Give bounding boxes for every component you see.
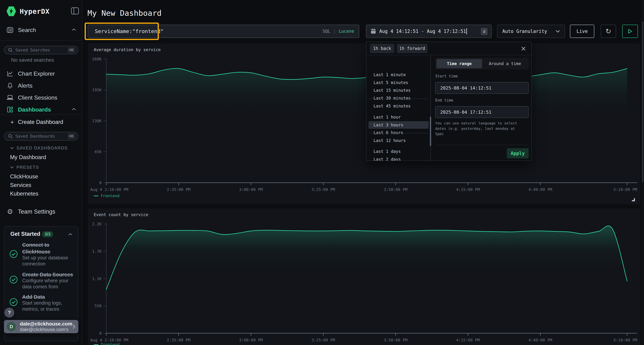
hyperdx-logo-icon[interactable] bbox=[6, 6, 16, 16]
legend-series-label: frontend bbox=[100, 342, 120, 345]
resize-handle-icon[interactable] bbox=[630, 196, 636, 202]
popover-footer-divider bbox=[435, 145, 528, 145]
sql-toggle[interactable]: SQL bbox=[322, 29, 330, 34]
svg-text:2:35:00 PM: 2:35:00 PM bbox=[167, 338, 190, 342]
gear-icon: ⚙ bbox=[6, 208, 14, 215]
saved-dashboards-placeholder: Saved Dashboards bbox=[16, 134, 68, 139]
dashboard-search-input[interactable]: ServiceName:"frontend" SQL | Lucene bbox=[88, 25, 359, 38]
search-icon bbox=[8, 134, 13, 139]
sidebar-item-dashboards[interactable]: Dashboards bbox=[0, 105, 82, 114]
sidebar-item-chart-explorer[interactable]: Chart Explorer bbox=[0, 69, 82, 78]
dashboards-grid-icon bbox=[6, 106, 14, 113]
chart-explorer-icon bbox=[6, 70, 14, 77]
time-option[interactable]: Last 1 hour bbox=[368, 113, 428, 121]
toggle-separator: | bbox=[333, 29, 336, 34]
time-option[interactable]: Last 3 hours bbox=[368, 121, 428, 129]
sidebar-item-alerts[interactable]: Alerts bbox=[0, 81, 82, 90]
user-menu[interactable]: D dale@clickhouse.com dale@clickhouse.co… bbox=[4, 320, 78, 333]
time-option[interactable]: Last 5 minutes bbox=[368, 79, 428, 86]
chart-title: Average duration by service bbox=[94, 47, 161, 52]
sidebar-item-my-dashboard[interactable]: My Dashboard bbox=[10, 154, 46, 161]
time-picker-popover: 1h back 1h forward Last 1 minuteLast 5 m… bbox=[366, 41, 532, 161]
text-cursor bbox=[466, 28, 467, 34]
time-option[interactable]: Last 30 minutes bbox=[368, 94, 428, 102]
sidebar-item-client-sessions[interactable]: Client Sessions bbox=[0, 93, 82, 102]
page-scrollbar-track[interactable] bbox=[642, 0, 644, 345]
user-org: dale@clickhouse.com's bbox=[20, 327, 72, 332]
sidebar-divider bbox=[0, 40, 82, 41]
get-started-title: Get Started bbox=[10, 231, 40, 237]
sidebar-item-team-settings[interactable]: ⚙ Team Settings bbox=[0, 207, 82, 216]
sidebar-item-label: Chart Explorer bbox=[18, 70, 55, 77]
query-language-toggle[interactable]: SQL | Lucene bbox=[322, 25, 354, 37]
sidebar-item-label: Search bbox=[18, 27, 36, 33]
bell-icon bbox=[6, 82, 14, 89]
time-option[interactable]: Last 1 minute bbox=[368, 71, 428, 78]
chevron-up-icon[interactable] bbox=[68, 233, 73, 236]
refresh-button[interactable]: ↻ bbox=[601, 25, 616, 38]
tab-time-range[interactable]: Time range bbox=[436, 59, 482, 68]
apply-button[interactable]: Apply bbox=[507, 148, 528, 158]
brand-title: HyperDX bbox=[20, 7, 50, 15]
chart-card-event-count: Event count by service 05501.1K1.7K2.2KA… bbox=[88, 208, 640, 345]
shortcut-badge: ⌘K bbox=[68, 133, 76, 139]
granularity-select[interactable]: Auto Granularity bbox=[497, 25, 565, 38]
run-query-button[interactable] bbox=[622, 25, 638, 38]
svg-text:5:10:00 PM: 5:10:00 PM bbox=[614, 187, 637, 192]
laptop-icon bbox=[6, 94, 14, 101]
no-saved-searches-text: No saved searches bbox=[11, 57, 54, 63]
sidebar-item-clickhouse[interactable]: ClickHouse bbox=[10, 173, 38, 180]
sidebar-item-search[interactable]: Search bbox=[0, 25, 82, 35]
help-button[interactable]: ? bbox=[4, 308, 14, 318]
time-option[interactable]: Last 2 days bbox=[368, 156, 428, 161]
saved-dashboards-section-header[interactable]: SAVED DASHBOARDS bbox=[10, 145, 68, 150]
list-scrollbar-thumb[interactable] bbox=[430, 117, 431, 146]
granularity-value: Auto Granularity bbox=[502, 28, 547, 34]
presets-section-header[interactable]: PRESETS bbox=[10, 165, 39, 170]
live-button[interactable]: Live bbox=[570, 25, 594, 38]
sidebar-item-label: Team Settings bbox=[18, 208, 55, 215]
saved-dashboards-input[interactable]: Saved Dashboards ⌘K bbox=[4, 132, 78, 140]
d-key-hint: d bbox=[481, 28, 488, 35]
time-option[interactable]: Last 12 hours bbox=[368, 137, 428, 144]
end-time-field[interactable]: 2025-08-04 17:12:51 bbox=[435, 106, 528, 118]
search-query-value: ServiceName:"frontend" bbox=[95, 28, 164, 34]
svg-text:65K: 65K bbox=[94, 150, 102, 154]
time-option[interactable]: Last 6 hours bbox=[368, 129, 428, 136]
chart-legend[interactable]: frontend bbox=[94, 194, 120, 198]
sidebar-item-kubernetes[interactable]: Kubernetes bbox=[10, 191, 38, 197]
shortcut-badge: ⌘K bbox=[68, 47, 76, 53]
chevron-down-icon bbox=[555, 30, 560, 33]
saved-searches-input[interactable]: Saved Searches ⌘K bbox=[4, 46, 78, 54]
start-time-value: 2025-08-04 14:12:51 bbox=[440, 85, 492, 91]
time-mode-tabs: Time range Around a time bbox=[435, 58, 529, 69]
close-icon[interactable] bbox=[520, 45, 527, 52]
time-option[interactable]: Last 1 days bbox=[368, 148, 428, 155]
chevron-right-icon bbox=[72, 324, 76, 329]
sidebar-item-label: Dashboards bbox=[18, 106, 51, 113]
svg-text:4:40:00 PM: 4:40:00 PM bbox=[528, 338, 552, 342]
time-option[interactable]: Last 45 minutes bbox=[368, 102, 428, 110]
start-time-label: Start time bbox=[435, 74, 458, 78]
time-range-input[interactable]: Aug 4 14:12:51 - Aug 4 17:12:51 d bbox=[366, 25, 492, 38]
relative-time-list: Last 1 minuteLast 5 minutesLast 15 minut… bbox=[366, 55, 431, 161]
shift-back-button[interactable]: 1h back bbox=[370, 44, 394, 53]
tab-around-a-time[interactable]: Around a time bbox=[482, 59, 528, 68]
page-scrollbar-thumb[interactable] bbox=[642, 21, 644, 182]
end-time-label: End time bbox=[435, 98, 453, 102]
chart-legend[interactable]: frontend bbox=[94, 342, 120, 345]
shift-forward-button[interactable]: 1h forward bbox=[397, 44, 428, 53]
create-dashboard-button[interactable]: + Create Dashboard bbox=[0, 118, 82, 126]
sidebar-item-services[interactable]: Services bbox=[10, 182, 31, 188]
svg-text:3:25:00 PM: 3:25:00 PM bbox=[312, 187, 335, 192]
legend-line-swatch bbox=[94, 344, 98, 345]
start-time-field[interactable]: 2025-08-04 14:12:51 bbox=[435, 82, 528, 94]
lucene-toggle[interactable]: Lucene bbox=[339, 29, 354, 34]
svg-text:550: 550 bbox=[94, 304, 102, 308]
svg-text:260K: 260K bbox=[92, 57, 102, 61]
time-option[interactable]: Last 15 minutes bbox=[368, 86, 428, 94]
svg-text:4:15:00 PM: 4:15:00 PM bbox=[456, 187, 480, 192]
line-chart-average-duration: 065K130K195K260KAug 4 2:10:00 PM2:35:00 … bbox=[88, 43, 640, 204]
collapse-sidebar-icon[interactable] bbox=[71, 7, 79, 15]
list-group-divider bbox=[369, 133, 428, 133]
